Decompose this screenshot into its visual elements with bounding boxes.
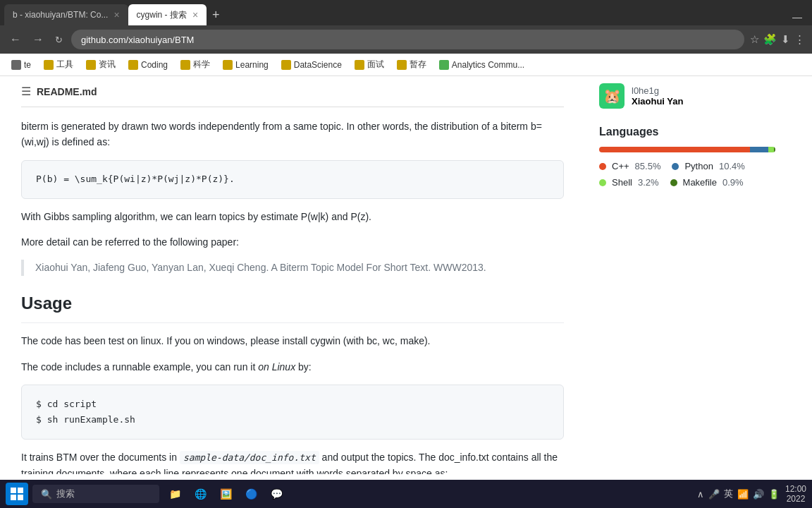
clock: 12:00 <box>785 484 806 494</box>
taskbar: 🔍 搜索 📁 🌐 🖼️ 🔵 💬 ∧ 🎤 英 📶 🔊 🔋 12:00 2022 <box>0 480 812 508</box>
tab-1-close[interactable]: × <box>113 9 119 20</box>
extensions-icon[interactable]: 🧩 <box>763 33 777 46</box>
lang-item-cpp: C++ 85.5% Python 10.4% <box>599 161 775 171</box>
bookmark-te[interactable]: te <box>6 58 37 72</box>
bookmark-icon <box>86 60 96 70</box>
download-icon[interactable]: ⬇ <box>781 33 790 46</box>
reload-button[interactable]: ↻ <box>52 33 66 47</box>
bookmark-learning[interactable]: Learning <box>217 58 274 72</box>
bookmark-icon <box>180 60 190 70</box>
bookmark-temp[interactable]: 暂存 <box>391 56 432 73</box>
formula-code-block: P(b) = \sum_k{P(wi|z)*P(wj|z)*P(z)}. <box>21 160 564 199</box>
lang-name-makefile: Makefile <box>683 177 717 188</box>
intro-paragraph-2: With Gibbs sampling algorithm, we can le… <box>21 209 564 224</box>
tab-2-close[interactable]: × <box>192 9 198 20</box>
bookmark-interview[interactable]: 面试 <box>349 56 390 73</box>
bookmark-news[interactable]: 资讯 <box>80 56 121 73</box>
intro-paragraph-1: biterm is generated by drawn two words i… <box>21 119 564 150</box>
bookmark-icon <box>44 60 54 70</box>
user-section: 🐹 l0he1g Xiaohui Yan <box>599 76 775 120</box>
bookmark-coding-label: Coding <box>141 60 168 70</box>
bookmark-tools-label: 工具 <box>56 59 73 71</box>
bookmark-science[interactable]: 科学 <box>175 56 216 73</box>
tab-1[interactable]: b - xiaohuiyan/BTM: Co... × <box>4 4 128 25</box>
lang-pct-shell: 3.2% <box>638 177 659 188</box>
bookmark-icon <box>223 60 233 70</box>
lang-pct-cpp: 85.5% <box>635 161 661 171</box>
readme-header: ☰ README.md <box>21 76 564 107</box>
back-button[interactable]: ← <box>7 32 24 47</box>
bookmark-te-label: te <box>24 60 31 70</box>
usage-paragraph-2: The code includes a runnable example, yo… <box>21 359 564 375</box>
bookmark-icon <box>11 60 21 70</box>
minimize-button[interactable]: — <box>787 8 808 25</box>
tray-battery-icon[interactable]: 🔋 <box>768 489 780 500</box>
formula-text: P(b) = \sum_k{P(wi|z)*P(wj|z)*P(z)}. <box>36 174 235 184</box>
bookmark-learning-label: Learning <box>235 60 269 70</box>
bookmark-icon <box>128 60 138 70</box>
trains-code: sample-data/doc_info.txt <box>180 451 319 464</box>
bookmark-news-label: 资讯 <box>99 59 116 71</box>
lang-bar-makefile <box>774 147 775 152</box>
user-login: l0he1g <box>632 85 683 96</box>
usage-text2-post: by: <box>295 361 312 373</box>
lang-bar-shell <box>768 147 774 152</box>
lang-dot-cpp <box>599 163 606 170</box>
user-info: l0he1g Xiaohui Yan <box>632 85 683 107</box>
tray-volume-icon[interactable]: 🔊 <box>753 489 764 500</box>
bookmark-tools[interactable]: 工具 <box>38 56 79 73</box>
system-tray-icons: ∧ 🎤 英 📶 🔊 🔋 <box>697 488 780 500</box>
taskbar-photos-app[interactable]: 🖼️ <box>214 483 237 505</box>
bookmark-coding[interactable]: Coding <box>123 58 173 72</box>
usage-text2-italic: on Linux <box>258 361 295 373</box>
citation-blockquote: Xiaohui Yan, Jiafeng Guo, Yanyan Lan, Xu… <box>21 260 564 275</box>
script-code-block: $ cd script $ sh runExample.sh <box>21 385 564 440</box>
tab-2-title: cygwin - 搜索 <box>137 9 187 21</box>
bookmark-analytics[interactable]: Analytics Commu... <box>433 58 530 72</box>
taskbar-right: ∧ 🎤 英 📶 🔊 🔋 12:00 2022 <box>697 484 806 504</box>
language-bar <box>599 147 775 152</box>
user-avatar: 🐹 <box>599 83 625 109</box>
forward-button[interactable]: → <box>30 32 47 47</box>
lang-pct-python: 10.4% <box>719 161 745 171</box>
bookmark-analytics-label: Analytics Commu... <box>452 60 524 70</box>
usage-paragraph-1: The code has been test on linux. If you … <box>21 333 564 349</box>
tray-wifi-icon[interactable]: 📶 <box>737 489 749 500</box>
avatar-icon: 🐹 <box>603 87 621 104</box>
lang-dot-python <box>672 163 679 170</box>
taskbar-chrome-app[interactable]: 🔵 <box>240 483 262 505</box>
lang-dot-makefile <box>670 179 677 186</box>
tab-2[interactable]: cygwin - 搜索 × <box>128 4 207 25</box>
svg-rect-3 <box>18 495 23 500</box>
tray-lang-icon[interactable]: 英 <box>724 488 733 500</box>
bookmark-datascience[interactable]: DataScience <box>276 58 347 72</box>
taskbar-edge-app[interactable]: 🌐 <box>189 483 211 505</box>
new-tab-button[interactable]: + <box>207 5 226 25</box>
start-button[interactable] <box>6 483 28 505</box>
taskbar-files-app[interactable]: 📁 <box>164 483 186 505</box>
bookmark-temp-label: 暂存 <box>410 59 426 71</box>
bookmark-icon <box>281 60 291 70</box>
menu-icon[interactable]: ⋮ <box>794 33 805 46</box>
bookmark-star-icon[interactable]: ☆ <box>750 33 759 46</box>
lang-bar-python <box>750 147 768 152</box>
tray-chevron[interactable]: ∧ <box>697 489 704 500</box>
taskbar-discord-app[interactable]: 💬 <box>265 483 288 505</box>
taskbar-search-label: 搜索 <box>56 488 75 500</box>
bookmark-interview-label: 面试 <box>367 59 384 71</box>
tab-1-title: b - xiaohuiyan/BTM: Co... <box>13 10 108 20</box>
lang-dot-shell <box>599 179 606 186</box>
trains-text-pre: It trains BTM over the documents in <box>21 452 180 463</box>
page-layout: ☰ README.md biterm is generated by drawn… <box>0 76 812 474</box>
bookmark-icon <box>397 60 407 70</box>
tray-mic-icon[interactable]: 🎤 <box>708 489 720 500</box>
date: 2022 <box>785 494 806 504</box>
bookmark-icon <box>355 60 364 70</box>
taskbar-search[interactable]: 🔍 搜索 <box>32 485 159 503</box>
url-input[interactable] <box>71 30 744 49</box>
svg-rect-2 <box>11 495 16 500</box>
sidebar: 🐹 l0he1g Xiaohui Yan Languages <box>585 76 789 474</box>
languages-section: Languages C++ 85.5% Python <box>599 120 775 199</box>
trains-paragraph: It trains BTM over the documents in samp… <box>21 449 564 474</box>
bookmarks-bar: te 工具 资讯 Coding 科学 Learning <box>0 54 812 76</box>
